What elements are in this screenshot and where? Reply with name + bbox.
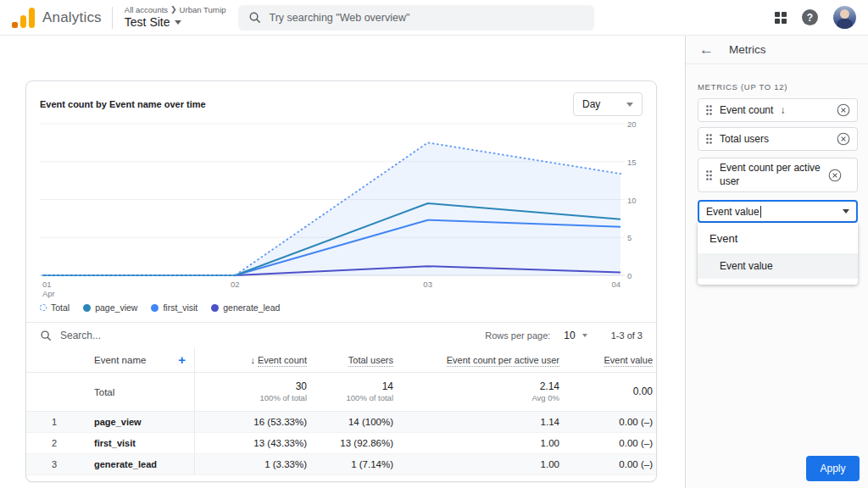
- cell-event-value: 0.00 (–): [559, 459, 653, 469]
- table-total-row: Total 30100% of total 14100% of total 2.…: [26, 373, 656, 412]
- help-icon[interactable]: ?: [802, 9, 818, 25]
- table-header-row: Event name + ↓Event count Total users Ev…: [26, 347, 656, 373]
- x-tick-label: 02: [231, 280, 240, 289]
- cell-per-active: 1.00: [393, 459, 559, 469]
- table-search-input[interactable]: Search...: [60, 330, 101, 341]
- pagination-range: 1-3 of 3: [611, 330, 643, 341]
- back-arrow-icon[interactable]: ←: [699, 42, 714, 57]
- breadcrumb-all-accounts: All accounts: [125, 5, 168, 15]
- metric-dropdown: Event Event value: [698, 223, 858, 285]
- chart-plot: [40, 121, 625, 279]
- cell-per-active: 1.14: [393, 417, 559, 427]
- report-card: Event count by Event name over time Day …: [25, 80, 657, 482]
- avatar[interactable]: [833, 6, 856, 29]
- table-row: 1 page_view 16 (53.33%) 14 (100%) 1.14 0…: [26, 412, 656, 433]
- total-label: Total: [69, 387, 114, 397]
- cell-per-active: 1.00: [393, 438, 559, 448]
- chevron-down-icon: [626, 103, 633, 107]
- total-per-active: 2.14Avg 0%: [393, 380, 559, 404]
- legend-item-page-view[interactable]: page_view: [83, 302, 137, 313]
- top-app-bar: Analytics All accounts ❯ Urban Turnip Te…: [0, 0, 868, 36]
- line-chart: 05101520 01 Apr020304: [40, 121, 643, 299]
- legend-marker-first-visit: [151, 304, 159, 312]
- plus-icon[interactable]: +: [178, 352, 186, 367]
- x-tick-label: 03: [423, 280, 432, 289]
- metrics-section-label: METRICS (UP TO 12): [698, 82, 856, 92]
- x-tick-label: 01 Apr: [42, 280, 55, 299]
- col-per-active-user[interactable]: Event count per active user: [393, 355, 559, 365]
- chevron-right-icon: ❯: [170, 5, 177, 14]
- drag-handle-icon[interactable]: [705, 169, 713, 181]
- col-event-value[interactable]: Event value: [559, 355, 653, 365]
- y-tick-label: 10: [627, 196, 637, 205]
- legend-item-total[interactable]: Total: [40, 302, 70, 313]
- chip-label: Event count: [720, 104, 773, 116]
- row-number: 1: [40, 412, 69, 432]
- cell-event-count: 16 (53.33%): [195, 417, 307, 427]
- product-name: Analytics: [42, 9, 102, 26]
- granularity-select[interactable]: Day: [573, 92, 643, 116]
- metric-chip-per-active-user[interactable]: Event count per active user: [698, 158, 858, 192]
- apps-grid-icon[interactable]: [775, 12, 787, 24]
- cell-event-value: 0.00 (–): [559, 417, 653, 427]
- chevron-down-icon: [175, 20, 181, 25]
- chip-label: Total users: [720, 133, 769, 145]
- legend-label: Total: [51, 302, 70, 313]
- x-axis-labels: 01 Apr020304: [40, 279, 625, 299]
- rows-per-page-label: Rows per page:: [485, 330, 550, 341]
- y-tick-label: 15: [627, 158, 637, 167]
- cell-total-users: 13 (92.86%): [307, 438, 393, 448]
- analytics-logo[interactable]: Analytics: [12, 8, 102, 28]
- apply-button[interactable]: Apply: [806, 456, 860, 481]
- remove-icon[interactable]: [828, 169, 842, 182]
- text-cursor: [760, 206, 761, 218]
- cell-event-value: 0.00 (–): [559, 438, 653, 448]
- metrics-panel: ← Metrics METRICS (UP TO 12) Event count…: [685, 36, 868, 488]
- global-search-input[interactable]: Try searching "Web overview": [238, 5, 594, 30]
- breadcrumb: All accounts ❯ Urban Turnip: [125, 5, 226, 15]
- drag-handle-icon[interactable]: [705, 133, 713, 145]
- col-event-name: Event name: [94, 355, 146, 365]
- sort-desc-icon: ↓: [250, 355, 255, 365]
- property-switcher[interactable]: All accounts ❯ Urban Turnip Test Site: [125, 5, 226, 30]
- legend-label: generate_lead: [223, 302, 280, 313]
- legend-label: page_view: [95, 302, 137, 313]
- table-row: 3 generate_lead 1 (3.33%) 1 (7.14%) 1.00…: [26, 454, 656, 475]
- legend-item-generate-lead[interactable]: generate_lead: [211, 302, 280, 313]
- cell-event-count: 13 (43.33%): [195, 438, 307, 448]
- legend-label: first_visit: [163, 302, 198, 313]
- legend-marker-page-view: [83, 304, 91, 312]
- chip-label: Event count per active user: [720, 162, 821, 188]
- cell-total-users: 14 (100%): [307, 417, 393, 427]
- legend-marker-total: [40, 304, 47, 311]
- drag-handle-icon[interactable]: [705, 104, 713, 116]
- y-tick-label: 20: [627, 119, 637, 129]
- dropdown-group-label: Event: [698, 223, 858, 253]
- remove-icon[interactable]: [837, 132, 850, 146]
- breadcrumb-account: Urban Turnip: [180, 5, 226, 15]
- total-total-users: 14100% of total: [307, 380, 393, 404]
- col-total-users[interactable]: Total users: [307, 355, 393, 365]
- chart-title: Event count by Event name over time: [40, 99, 206, 109]
- x-tick-label: 04: [611, 280, 620, 289]
- analytics-logo-icon: [12, 8, 35, 28]
- cell-event-count: 1 (3.33%): [195, 459, 307, 469]
- dropdown-option-event-value[interactable]: Event value: [698, 253, 858, 279]
- cell-event-name: first_visit: [69, 438, 136, 448]
- rows-per-page-select[interactable]: 10: [564, 330, 587, 341]
- property-name: Test Site: [125, 15, 170, 30]
- panel-title: Metrics: [729, 43, 766, 56]
- col-event-count[interactable]: ↓Event count: [195, 355, 307, 365]
- table-toolbar: Search... Rows per page: 10 1-3 of 3: [26, 322, 656, 347]
- table-row: 2 first_visit 13 (43.33%) 13 (92.86%) 1.…: [26, 433, 656, 454]
- rows-per-page-value: 10: [564, 330, 575, 341]
- metric-chip-total-users[interactable]: Total users: [698, 127, 858, 151]
- y-axis-labels: 05101520: [626, 121, 643, 279]
- cell-total-users: 1 (7.14%): [307, 459, 393, 469]
- remove-icon[interactable]: [837, 103, 850, 117]
- legend-item-first-visit[interactable]: first_visit: [151, 302, 198, 313]
- metric-search-input[interactable]: Event value: [698, 200, 858, 223]
- search-icon: [248, 11, 261, 24]
- dropdown-arrow-icon[interactable]: [843, 209, 849, 214]
- metric-chip-event-count[interactable]: Event count ↓: [698, 98, 858, 122]
